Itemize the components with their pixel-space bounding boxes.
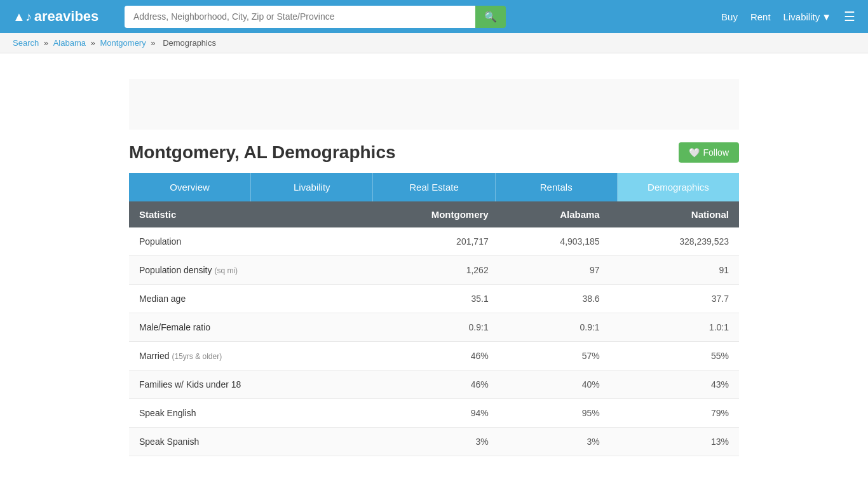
stat-national: 1.0:1 bbox=[610, 313, 739, 342]
site-header: ▲♪ areavibes 🔍 Buy Rent Livability ▼ ☰ bbox=[0, 0, 868, 33]
stat-note: (15yrs & older) bbox=[172, 352, 222, 361]
tab-demographics[interactable]: Demographics bbox=[618, 173, 739, 201]
logo[interactable]: ▲♪ areavibes bbox=[13, 8, 114, 25]
stat-alabama: 97 bbox=[499, 256, 610, 285]
col-alabama: Alabama bbox=[499, 201, 610, 227]
hamburger-menu[interactable]: ☰ bbox=[844, 9, 855, 24]
stat-montgomery: 0.9:1 bbox=[355, 313, 499, 342]
stat-montgomery: 201,717 bbox=[355, 227, 499, 256]
tab-rentals[interactable]: Rentals bbox=[496, 173, 618, 201]
follow-label: Follow bbox=[703, 147, 729, 158]
table-header-row: Statistic Montgomery Alabama National bbox=[129, 201, 739, 227]
breadcrumb-alabama[interactable]: Alabama bbox=[53, 38, 86, 48]
page-title-row: Montgomery, AL Demographics 🤍 Follow bbox=[129, 142, 739, 163]
stat-national: 79% bbox=[610, 399, 739, 428]
breadcrumb-sep-3: » bbox=[151, 38, 158, 48]
nav-buy[interactable]: Buy bbox=[721, 11, 738, 22]
col-montgomery: Montgomery bbox=[355, 201, 499, 227]
nav-rent[interactable]: Rent bbox=[750, 11, 771, 22]
stat-label: Population bbox=[129, 227, 355, 256]
tab-livability[interactable]: Livability bbox=[251, 173, 373, 201]
table-row: Population201,7174,903,185328,239,523 bbox=[129, 227, 739, 256]
heart-icon: 🤍 bbox=[689, 147, 700, 158]
col-national: National bbox=[610, 201, 739, 227]
stat-montgomery: 35.1 bbox=[355, 285, 499, 313]
logo-text: areavibes bbox=[34, 8, 99, 25]
search-button[interactable]: 🔍 bbox=[475, 6, 506, 28]
stat-national: 328,239,523 bbox=[610, 227, 739, 256]
page-title: Montgomery, AL Demographics bbox=[129, 142, 396, 163]
breadcrumb-current: Demographics bbox=[163, 38, 216, 48]
stat-note: (sq mi) bbox=[214, 266, 238, 275]
table-row: Population density(sq mi)1,2629791 bbox=[129, 256, 739, 285]
breadcrumb-sep-1: » bbox=[44, 38, 51, 48]
nav-livability[interactable]: Livability ▼ bbox=[783, 11, 831, 22]
stat-montgomery: 46% bbox=[355, 342, 499, 370]
stat-national: 37.7 bbox=[610, 285, 739, 313]
table-row: Median age35.138.637.7 bbox=[129, 285, 739, 313]
stats-table: Statistic Montgomery Alabama National Po… bbox=[129, 201, 739, 456]
breadcrumb: Search » Alabama » Montgomery » Demograp… bbox=[0, 33, 868, 53]
logo-icon: ▲♪ bbox=[13, 10, 32, 24]
tab-overview[interactable]: Overview bbox=[129, 173, 251, 201]
main-nav: Buy Rent Livability ▼ ☰ bbox=[721, 9, 855, 24]
breadcrumb-montgomery[interactable]: Montgomery bbox=[100, 38, 146, 48]
breadcrumb-search[interactable]: Search bbox=[13, 38, 39, 48]
stat-montgomery: 3% bbox=[355, 428, 499, 456]
stat-label: Male/Female ratio bbox=[129, 313, 355, 342]
stat-montgomery: 1,262 bbox=[355, 256, 499, 285]
stat-national: 43% bbox=[610, 370, 739, 399]
stat-national: 91 bbox=[610, 256, 739, 285]
table-row: Families w/ Kids under 1846%40%43% bbox=[129, 370, 739, 399]
stat-alabama: 0.9:1 bbox=[499, 313, 610, 342]
stat-label: Families w/ Kids under 18 bbox=[129, 370, 355, 399]
breadcrumb-sep-2: » bbox=[91, 38, 98, 48]
table-row: Speak English94%95%79% bbox=[129, 399, 739, 428]
main-content: Montgomery, AL Demographics 🤍 Follow Ove… bbox=[116, 53, 752, 482]
tabs: Overview Livability Real Estate Rentals … bbox=[129, 173, 739, 201]
follow-button[interactable]: 🤍 Follow bbox=[679, 142, 739, 163]
stat-alabama: 40% bbox=[499, 370, 610, 399]
chevron-down-icon: ▼ bbox=[822, 11, 831, 22]
stat-montgomery: 46% bbox=[355, 370, 499, 399]
stat-label: Speak English bbox=[129, 399, 355, 428]
table-row: Married(15yrs & older)46%57%55% bbox=[129, 342, 739, 370]
col-statistic: Statistic bbox=[129, 201, 355, 227]
search-bar: 🔍 bbox=[125, 6, 506, 28]
stat-label: Population density(sq mi) bbox=[129, 256, 355, 285]
stat-national: 55% bbox=[610, 342, 739, 370]
table-row: Male/Female ratio0.9:10.9:11.0:1 bbox=[129, 313, 739, 342]
stat-alabama: 57% bbox=[499, 342, 610, 370]
ad-banner bbox=[129, 79, 739, 130]
search-icon: 🔍 bbox=[484, 11, 497, 22]
stat-label: Married(15yrs & older) bbox=[129, 342, 355, 370]
stat-montgomery: 94% bbox=[355, 399, 499, 428]
tab-real-estate[interactable]: Real Estate bbox=[373, 173, 495, 201]
table-row: Speak Spanish3%3%13% bbox=[129, 428, 739, 456]
stat-national: 13% bbox=[610, 428, 739, 456]
stat-label: Median age bbox=[129, 285, 355, 313]
search-input[interactable] bbox=[125, 6, 475, 28]
stat-alabama: 3% bbox=[499, 428, 610, 456]
stat-alabama: 95% bbox=[499, 399, 610, 428]
stat-alabama: 38.6 bbox=[499, 285, 610, 313]
stat-alabama: 4,903,185 bbox=[499, 227, 610, 256]
stat-label: Speak Spanish bbox=[129, 428, 355, 456]
